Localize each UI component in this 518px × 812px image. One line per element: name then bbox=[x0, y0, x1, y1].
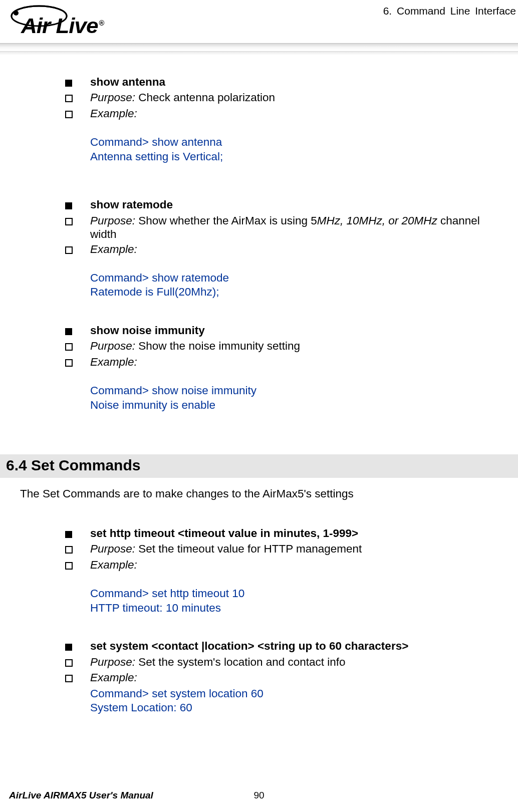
example-output: Command> show noise immunity Noise immun… bbox=[90, 384, 493, 412]
purpose-label: Purpose: bbox=[90, 543, 135, 555]
example-output: Command> set system location 60 System L… bbox=[90, 687, 493, 715]
command-block: show ratemode Purpose: Show whether the … bbox=[65, 198, 493, 300]
command-purpose: Purpose: Set the system's location and c… bbox=[90, 655, 493, 669]
square-bullet-icon bbox=[65, 328, 72, 335]
box-bullet-icon bbox=[65, 675, 73, 682]
command-title: show ratemode bbox=[90, 198, 493, 211]
section-heading-bar: 6.4 Set Commands bbox=[0, 454, 518, 478]
section-intro: The Set Commands are to make changes to … bbox=[20, 487, 498, 500]
purpose-label: Purpose: bbox=[90, 656, 135, 668]
box-bullet-icon bbox=[65, 218, 73, 225]
example-label: Example: bbox=[90, 242, 493, 256]
square-bullet-icon bbox=[65, 644, 72, 651]
example-label: Example: bbox=[90, 558, 493, 572]
header-divider-2 bbox=[0, 51, 518, 55]
svg-point-3 bbox=[14, 11, 19, 16]
page-number: 90 bbox=[253, 790, 264, 801]
box-bullet-icon bbox=[65, 546, 73, 554]
page: Air Live® 6. Command Line Interface show… bbox=[0, 0, 518, 812]
header-divider bbox=[0, 43, 518, 50]
command-title: set system <contact |location> <string u… bbox=[90, 639, 493, 653]
example-label: Example: bbox=[90, 107, 493, 120]
square-bullet-icon bbox=[65, 80, 72, 87]
purpose-label: Purpose: bbox=[90, 340, 135, 352]
purpose-label: Purpose: bbox=[90, 214, 135, 227]
example-label: Example: bbox=[90, 671, 493, 684]
purpose-label: Purpose: bbox=[90, 91, 135, 104]
command-title: show noise immunity bbox=[90, 324, 493, 337]
section-heading: 6.4 Set Commands bbox=[6, 456, 498, 475]
registered-icon: ® bbox=[99, 19, 104, 27]
command-block: set http timeout <timeout value in minut… bbox=[65, 526, 493, 615]
brand-logo: Air Live® bbox=[9, 5, 134, 40]
example-label: Example: bbox=[90, 355, 493, 369]
example-output: Command> set http timeout 10 HTTP timeou… bbox=[90, 587, 493, 615]
box-bullet-icon bbox=[65, 111, 73, 118]
command-purpose: Purpose: Show whether the AirMax is usin… bbox=[90, 214, 493, 241]
command-purpose: Purpose: Check antenna polarization bbox=[90, 91, 493, 104]
command-block: show antenna Purpose: Check antenna pola… bbox=[65, 75, 493, 164]
command-purpose: Purpose: Set the timeout value for HTTP … bbox=[90, 542, 493, 556]
box-bullet-icon bbox=[65, 562, 73, 570]
footer-manual-title: AirLive AIRMAX5 User's Manual bbox=[9, 790, 153, 801]
page-content: show antenna Purpose: Check antenna pola… bbox=[0, 55, 518, 715]
command-title: set http timeout <timeout value in minut… bbox=[90, 526, 493, 540]
command-title: show antenna bbox=[90, 75, 493, 89]
logo-text: Air Live® bbox=[21, 14, 104, 38]
square-bullet-icon bbox=[65, 531, 72, 538]
example-output: Command> show antenna Antenna setting is… bbox=[90, 135, 493, 164]
box-bullet-icon bbox=[65, 659, 73, 667]
command-block: set system <contact |location> <string u… bbox=[65, 639, 493, 715]
page-header: Air Live® 6. Command Line Interface bbox=[0, 0, 518, 40]
box-bullet-icon bbox=[65, 359, 73, 367]
square-bullet-icon bbox=[65, 202, 72, 209]
box-bullet-icon bbox=[65, 246, 73, 254]
command-purpose: Purpose: Show the noise immunity setting bbox=[90, 339, 493, 353]
example-output: Command> show ratemode Ratemode is Full(… bbox=[90, 271, 493, 300]
command-block: show noise immunity Purpose: Show the no… bbox=[65, 324, 493, 412]
page-footer: AirLive AIRMAX5 User's Manual 90 bbox=[9, 790, 509, 801]
chapter-label: 6. Command Line Interface bbox=[383, 5, 518, 17]
box-bullet-icon bbox=[65, 343, 73, 351]
box-bullet-icon bbox=[65, 95, 73, 102]
